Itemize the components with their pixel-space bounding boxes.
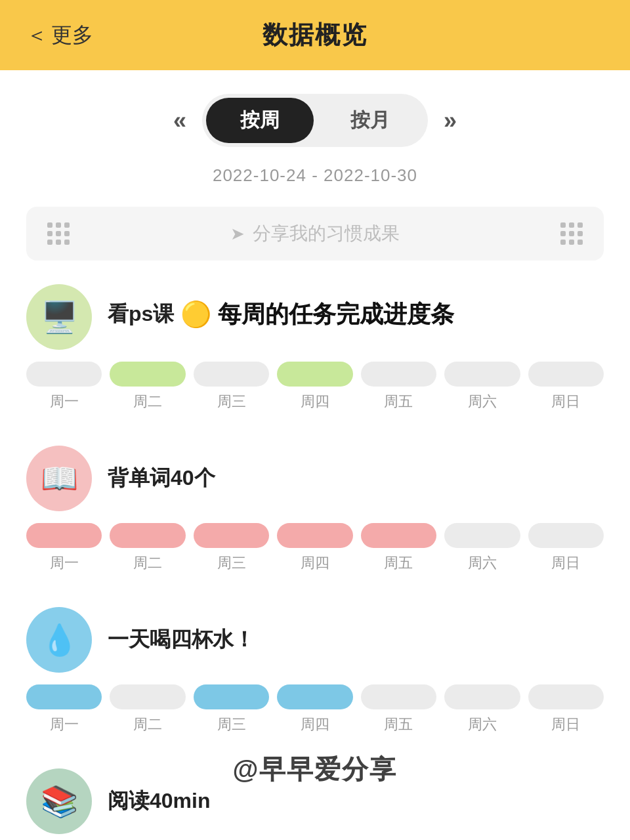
habit-name-water: 一天喝四杯水！ xyxy=(108,625,255,654)
week-toggle-button[interactable]: 按周 xyxy=(206,98,314,143)
annotation-row: 看ps课🟡每周的任务完成进度条 xyxy=(108,299,454,331)
habit-name-wrap-reading: 阅读40min xyxy=(108,787,210,816)
day-label-ps-class-0: 周一 xyxy=(50,392,79,411)
day-label-words-3: 周四 xyxy=(301,553,329,573)
day-wrap-words-0: 周一 xyxy=(26,523,102,573)
toggle-row: « 按周 按月 » xyxy=(26,94,604,147)
day-bar-ps-class-0 xyxy=(26,362,102,387)
day-label-ps-class-3: 周四 xyxy=(301,392,329,411)
day-bar-words-0 xyxy=(26,523,102,548)
dots-left-icon xyxy=(47,222,70,245)
day-bar-words-4 xyxy=(361,523,436,548)
day-bar-water-1 xyxy=(110,684,185,709)
day-wrap-water-2: 周三 xyxy=(194,684,269,734)
day-label-ps-class-5: 周六 xyxy=(468,392,497,411)
habit-name-words: 背单词40个 xyxy=(108,464,215,493)
share-text: 分享我的习惯成果 xyxy=(253,221,400,246)
habit-icon-reading: 📚 xyxy=(26,768,92,834)
day-label-water-3: 周四 xyxy=(301,715,329,734)
day-wrap-water-6: 周日 xyxy=(528,684,604,734)
habit-top-words: 📖背单词40个 xyxy=(26,446,604,511)
day-bar-ps-class-6 xyxy=(528,362,604,387)
day-label-ps-class-4: 周五 xyxy=(384,392,413,411)
day-label-words-0: 周一 xyxy=(50,553,79,573)
habit-card-ps-class: 🖥️看ps课🟡每周的任务完成进度条周一周二周三周四周五周六周日 xyxy=(26,284,604,418)
day-bar-ps-class-3 xyxy=(277,362,352,387)
share-center: ➤ 分享我的习惯成果 xyxy=(230,221,400,246)
day-bar-water-4 xyxy=(361,684,436,709)
habit-name-ps-class: 看ps课 xyxy=(108,300,174,329)
day-label-words-2: 周三 xyxy=(217,553,246,573)
habit-bars-ps-class: 周一周二周三周四周五周六周日 xyxy=(26,362,604,411)
day-wrap-words-3: 周四 xyxy=(277,523,352,573)
day-bar-water-2 xyxy=(194,684,269,709)
day-bar-ps-class-2 xyxy=(194,362,269,387)
day-wrap-ps-class-5: 周六 xyxy=(444,362,520,411)
annotation-text: 每周的任务完成进度条 xyxy=(218,299,454,331)
habit-top-water: 💧一天喝四杯水！ xyxy=(26,607,604,673)
date-range: 2022-10-24 - 2022-10-30 xyxy=(26,165,604,186)
day-wrap-water-1: 周二 xyxy=(110,684,185,734)
day-label-words-5: 周六 xyxy=(468,553,497,573)
back-button[interactable]: ＜ 更多 xyxy=(26,21,93,50)
day-wrap-words-6: 周日 xyxy=(528,523,604,573)
day-bar-water-3 xyxy=(277,684,352,709)
share-bar[interactable]: ➤ 分享我的习惯成果 xyxy=(26,207,604,261)
day-bar-water-6 xyxy=(528,684,604,709)
day-wrap-ps-class-4: 周五 xyxy=(361,362,436,411)
habit-top-reading: 📚阅读40min xyxy=(26,768,604,834)
day-label-water-4: 周五 xyxy=(384,715,413,734)
day-wrap-ps-class-3: 周四 xyxy=(277,362,352,411)
day-label-water-0: 周一 xyxy=(50,715,79,734)
dots-right-icon xyxy=(560,222,583,245)
day-label-water-1: 周二 xyxy=(133,715,162,734)
habit-card-water: 💧一天喝四杯水！周一周二周三周四周五周六周日 xyxy=(26,607,604,741)
habit-name-reading: 阅读40min xyxy=(108,787,210,816)
habit-name-wrap-words: 背单词40个 xyxy=(108,464,215,493)
day-wrap-ps-class-6: 周日 xyxy=(528,362,604,411)
habit-name-wrap-water: 一天喝四杯水！ xyxy=(108,625,255,654)
next-button[interactable]: » xyxy=(428,102,472,140)
habit-icon-ps-class: 🖥️ xyxy=(26,284,92,350)
month-toggle-button[interactable]: 按月 xyxy=(316,98,424,143)
view-toggle: 按周 按月 xyxy=(202,94,428,147)
day-wrap-ps-class-1: 周二 xyxy=(110,362,185,411)
page-title: 数据概览 xyxy=(262,18,368,52)
day-wrap-words-4: 周五 xyxy=(361,523,436,573)
habit-icon-words: 📖 xyxy=(26,446,92,511)
day-bar-ps-class-1 xyxy=(110,362,185,387)
day-wrap-water-4: 周五 xyxy=(361,684,436,734)
day-wrap-words-2: 周三 xyxy=(194,523,269,573)
day-wrap-ps-class-2: 周三 xyxy=(194,362,269,411)
day-bar-words-6 xyxy=(528,523,604,548)
main-content: « 按周 按月 » 2022-10-24 - 2022-10-30 ➤ 分享我的… xyxy=(0,70,630,840)
habit-bars-water: 周一周二周三周四周五周六周日 xyxy=(26,684,604,734)
habit-card-reading: 📚阅读40min周一周二周三周四周五周六周日 xyxy=(26,768,604,840)
back-chevron: ＜ xyxy=(26,21,47,50)
day-bar-ps-class-4 xyxy=(361,362,436,387)
prev-button[interactable]: « xyxy=(158,102,202,140)
day-label-ps-class-6: 周日 xyxy=(551,392,580,411)
day-bar-words-2 xyxy=(194,523,269,548)
day-bar-water-5 xyxy=(444,684,520,709)
header: ＜ 更多 数据概览 xyxy=(0,0,630,70)
day-label-words-1: 周二 xyxy=(133,553,162,573)
day-wrap-words-1: 周二 xyxy=(110,523,185,573)
back-label: 更多 xyxy=(51,21,93,50)
day-bar-words-1 xyxy=(110,523,185,548)
habits-list: 🖥️看ps课🟡每周的任务完成进度条周一周二周三周四周五周六周日📖背单词40个周一… xyxy=(26,284,604,840)
day-label-water-5: 周六 xyxy=(468,715,497,734)
day-label-words-6: 周日 xyxy=(551,553,580,573)
day-wrap-words-5: 周六 xyxy=(444,523,520,573)
day-label-ps-class-1: 周二 xyxy=(133,392,162,411)
habit-name-wrap-ps-class: 看ps课🟡每周的任务完成进度条 xyxy=(108,299,454,336)
day-label-words-4: 周五 xyxy=(384,553,413,573)
day-wrap-ps-class-0: 周一 xyxy=(26,362,102,411)
day-bar-water-0 xyxy=(26,684,102,709)
day-wrap-water-0: 周一 xyxy=(26,684,102,734)
day-label-ps-class-2: 周三 xyxy=(217,392,246,411)
day-wrap-water-3: 周四 xyxy=(277,684,352,734)
habit-icon-water: 💧 xyxy=(26,607,92,673)
day-bar-ps-class-5 xyxy=(444,362,520,387)
annotation-emoji: 🟡 xyxy=(180,300,211,329)
